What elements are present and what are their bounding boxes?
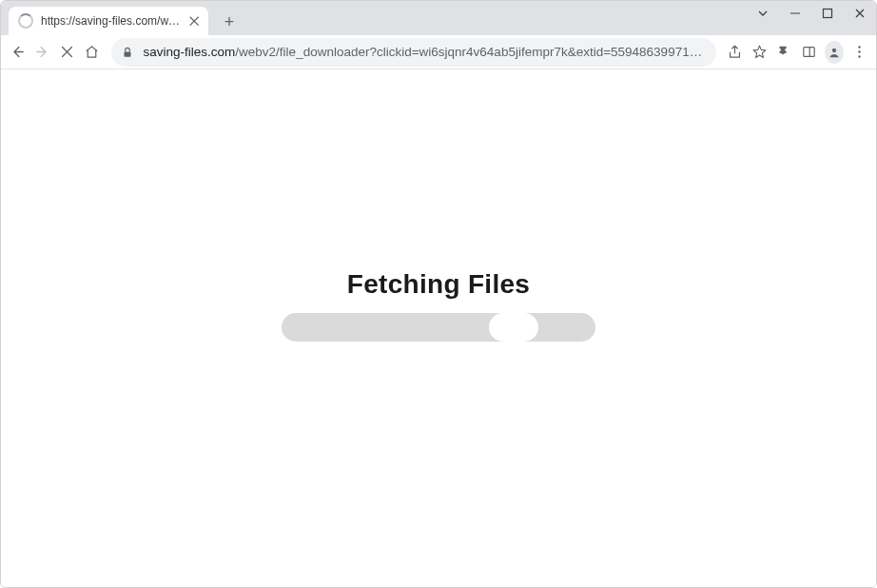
- close-icon: [187, 14, 201, 28]
- kebab-icon: [851, 44, 867, 60]
- page-title: Fetching Files: [282, 269, 595, 300]
- url-text: saving-files.com/webv2/file_downloader?c…: [144, 45, 707, 59]
- svg-point-4: [832, 48, 836, 51]
- tab-search-button[interactable]: [747, 1, 779, 26]
- maximize-button[interactable]: [811, 1, 844, 26]
- star-icon: [751, 44, 768, 60]
- content-center: Fetching Files: [282, 269, 595, 342]
- puzzle-icon: [776, 44, 792, 60]
- maximize-icon: [822, 8, 833, 19]
- share-icon: [727, 44, 743, 60]
- toolbar: saving-files.com/webv2/file_downloader?c…: [1, 35, 876, 69]
- stop-button[interactable]: [56, 39, 79, 66]
- home-icon: [84, 44, 100, 60]
- minimize-icon: [789, 8, 801, 19]
- progress-bar: [282, 313, 595, 342]
- svg-point-7: [858, 55, 860, 57]
- new-tab-button[interactable]: +: [216, 9, 243, 35]
- close-window-button[interactable]: [844, 1, 876, 26]
- url-path: /webv2/file_downloader?clickid=wi6sjqnr4…: [235, 45, 707, 59]
- minimize-button[interactable]: [779, 1, 811, 26]
- svg-rect-1: [124, 51, 130, 56]
- profile-button[interactable]: [825, 41, 844, 64]
- page-viewport: Fetching Files: [1, 69, 876, 587]
- progress-thumb: [489, 313, 538, 342]
- lock-icon: [121, 46, 134, 59]
- svg-rect-2: [804, 48, 814, 57]
- stop-icon: [59, 44, 75, 60]
- close-icon: [854, 8, 866, 19]
- svg-rect-0: [824, 10, 832, 18]
- bookmark-button[interactable]: [749, 39, 771, 66]
- tab-strip: https://saving-files.com/webv2/f +: [1, 1, 243, 35]
- tab-title: https://saving-files.com/webv2/f: [41, 14, 184, 28]
- titlebar: https://saving-files.com/webv2/f +: [1, 1, 876, 35]
- avatar-icon: [827, 45, 842, 60]
- chevron-down-icon: [757, 8, 769, 19]
- arrow-right-icon: [34, 44, 50, 60]
- menu-button[interactable]: [848, 39, 870, 66]
- share-button[interactable]: [724, 39, 747, 66]
- address-bar[interactable]: saving-files.com/webv2/file_downloader?c…: [111, 38, 716, 67]
- arrow-left-icon: [10, 44, 26, 60]
- url-domain: saving-files.com: [144, 45, 236, 59]
- svg-point-5: [858, 46, 860, 48]
- forward-button[interactable]: [31, 39, 54, 66]
- side-panel-button[interactable]: [798, 39, 821, 66]
- home-button[interactable]: [81, 39, 104, 66]
- svg-point-6: [858, 50, 860, 52]
- panel-icon: [801, 44, 817, 60]
- loading-spinner-icon: [18, 13, 33, 29]
- back-button[interactable]: [7, 39, 29, 66]
- tab-close-button[interactable]: [187, 13, 201, 29]
- extensions-button[interactable]: [773, 39, 796, 66]
- browser-tab[interactable]: https://saving-files.com/webv2/f: [9, 7, 208, 35]
- window-controls: [747, 1, 876, 26]
